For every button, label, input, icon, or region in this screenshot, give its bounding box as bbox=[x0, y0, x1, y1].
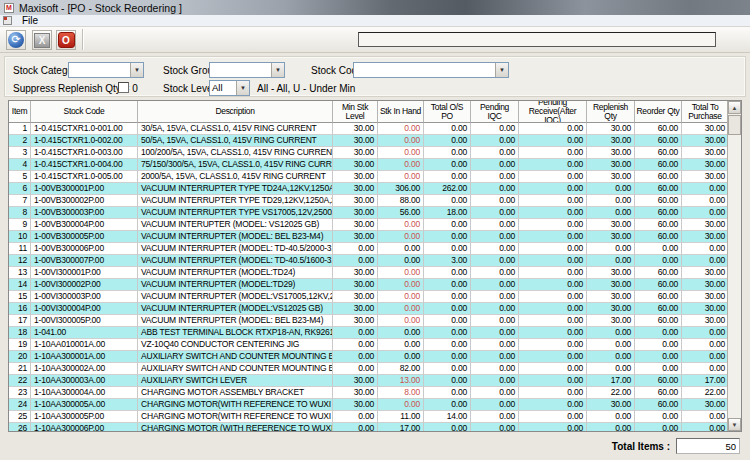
grid-cell: 18 bbox=[9, 327, 31, 339]
stock-code-dropdown[interactable]: ▼ bbox=[353, 62, 509, 78]
grid-cell: 0.00 bbox=[519, 291, 587, 303]
grid-cell: VACUUM INTERRUPTER TYPE TD24A,12KV,1250A… bbox=[138, 183, 333, 195]
grid-cell: 1-0.415CTXR1.0-005.00 bbox=[31, 171, 138, 183]
grid-cell: 1-00VI300005P.00 bbox=[31, 315, 138, 327]
export-excel-button[interactable]: X bbox=[32, 30, 52, 50]
table-row[interactable]: 231-10AA300004A.00CHARGING MOTOR ASSEMBL… bbox=[9, 387, 729, 399]
grid-cell: 0.00 bbox=[424, 339, 471, 351]
scrollbar-down-button[interactable]: ▼ bbox=[728, 418, 741, 431]
table-row[interactable]: 171-00VI300005P.00VACUUM INTERRUPTER (MO… bbox=[9, 315, 729, 327]
grid-cell: CHARGING MOTOR ASSEMBLY BRACKET bbox=[138, 387, 333, 399]
grid-cell: 82.00 bbox=[378, 363, 424, 375]
grid-cell: 0.00 bbox=[424, 231, 471, 243]
grid-cell: 0.00 bbox=[424, 267, 471, 279]
table-row[interactable]: 101-00VB300005P.00VACUUM INTERRUPTER (MO… bbox=[9, 231, 729, 243]
grid-cell: 60.00 bbox=[635, 159, 682, 171]
chevron-down-icon[interactable]: ▼ bbox=[236, 81, 249, 95]
grid-cell: 30.00 bbox=[682, 123, 729, 135]
grid-cell: 30.00 bbox=[587, 135, 635, 147]
table-row[interactable]: 221-10AA300003A.00AUXILIARY SWITCH LEVER… bbox=[9, 375, 729, 387]
table-row[interactable]: 141-00VI300002P.00VACUUM INTERRUPTER (MO… bbox=[9, 279, 729, 291]
grid-cell: 0.00 bbox=[587, 327, 635, 339]
grid-cell: 0.00 bbox=[471, 423, 519, 432]
table-row[interactable]: 161-00VI300004P.00VACUUM INTERRUPTER (MO… bbox=[9, 303, 729, 315]
grid-cell: 0.00 bbox=[635, 351, 682, 363]
grid-cell: 262.00 bbox=[424, 183, 471, 195]
grid-cell: 1-00VI300004P.00 bbox=[31, 303, 138, 315]
grid-cell: 22 bbox=[9, 375, 31, 387]
grid-cell: 0.00 bbox=[519, 375, 587, 387]
table-row[interactable]: 261-10AA300006P.00CHARGING MOTOR (WITH R… bbox=[9, 423, 729, 432]
grid-cell: 0.00 bbox=[471, 231, 519, 243]
total-items-field[interactable] bbox=[676, 438, 740, 454]
menubar: File bbox=[0, 15, 750, 27]
toolbar-text-input[interactable] bbox=[358, 32, 716, 47]
grid-cell: VACUUM INTERRUPTER (MODEL: BEL B23-M4) bbox=[138, 315, 333, 327]
stock-level-dropdown[interactable]: All ▼ bbox=[209, 80, 250, 96]
grid-cell: 1-00VB300001P.00 bbox=[31, 183, 138, 195]
grid-cell: 22.00 bbox=[587, 387, 635, 399]
grid-cell: 0.00 bbox=[471, 243, 519, 255]
table-row[interactable]: 121-00VB300007P.00VACUUM INTERRUPTER (MO… bbox=[9, 255, 729, 267]
grid-cell: VACUUM INTERRUPTER (MODEL: TD-40.5/1600-… bbox=[138, 255, 333, 267]
suppress-replenish-checkbox[interactable] bbox=[118, 82, 129, 93]
grid-cell: 30.00 bbox=[333, 267, 378, 279]
grid-cell: 0.00 bbox=[519, 123, 587, 135]
chevron-down-icon[interactable]: ▼ bbox=[271, 63, 284, 77]
vertical-scrollbar[interactable]: ▲ ▼ bbox=[727, 101, 741, 431]
table-row[interactable]: 191-10AA010001A.00VZ-10Q40 CONDUCTOR CEN… bbox=[9, 339, 729, 351]
grid-cell: 1-00VB300002P.00 bbox=[31, 195, 138, 207]
grid-cell: 19 bbox=[9, 339, 31, 351]
table-row[interactable]: 111-00VB300006P.00VACUUM INTERRUPTER (MO… bbox=[9, 243, 729, 255]
grid-cell: 3 bbox=[9, 147, 31, 159]
table-row[interactable]: 251-10AA300005P.00CHARGING MOTOR(WITH RE… bbox=[9, 411, 729, 423]
table-row[interactable]: 131-00VI300001P.00VACUUM INTERRUPTER (MO… bbox=[9, 267, 729, 279]
table-row[interactable]: 41-0.415CTXR1.0-004.0075/150/300/5A, 15V… bbox=[9, 159, 729, 171]
table-row[interactable]: 31-0.415CTXR1.0-003.00100/200/5A, 15VA, … bbox=[9, 147, 729, 159]
table-row[interactable]: 11-0.415CTXR1.0-001.0030/5A, 15VA, CLASS… bbox=[9, 123, 729, 135]
scrollbar-up-button[interactable]: ▲ bbox=[728, 101, 741, 114]
grid-cell: 0.00 bbox=[471, 267, 519, 279]
refresh-button[interactable]: ⟳ bbox=[6, 30, 26, 50]
grid-cell: 5 bbox=[9, 171, 31, 183]
grid-cell: 10 bbox=[9, 231, 31, 243]
table-row[interactable]: 61-00VB300001P.00VACUUM INTERRUPTER TYPE… bbox=[9, 183, 729, 195]
chevron-down-icon[interactable]: ▼ bbox=[130, 63, 143, 77]
table-row[interactable]: 21-0.415CTXR1.0-002.0050/5A, 15VA, CLASS… bbox=[9, 135, 729, 147]
grid-cell: 0.00 bbox=[635, 327, 682, 339]
table-row[interactable]: 241-10AA300005A.00CHARGING MOTOR(WITH RE… bbox=[9, 399, 729, 411]
stock-group-dropdown[interactable]: ▼ bbox=[209, 62, 285, 78]
grid-cell: 0.00 bbox=[519, 231, 587, 243]
grid-cell: 0.00 bbox=[471, 171, 519, 183]
table-row[interactable]: 151-00VI300003P.00VACUUM INTERRUPTER (MO… bbox=[9, 291, 729, 303]
grid-cell: 26 bbox=[9, 423, 31, 432]
table-row[interactable]: 201-10AA300001A.00AUXILIARY SWITCH AND C… bbox=[9, 351, 729, 363]
chevron-down-icon[interactable]: ▼ bbox=[495, 63, 508, 77]
grid-cell: 1-10AA300004A.00 bbox=[31, 387, 138, 399]
table-row[interactable]: 71-00VB300002P.00VACUUM INTERRUPTER TYPE… bbox=[9, 195, 729, 207]
table-row[interactable]: 211-10AA300002A.00AUXILIARY SWITCH AND C… bbox=[9, 363, 729, 375]
menu-file[interactable]: File bbox=[18, 15, 42, 26]
scrollbar-thumb[interactable] bbox=[728, 115, 741, 135]
grid-cell: 30.00 bbox=[333, 291, 378, 303]
grid-cell: 18.00 bbox=[424, 207, 471, 219]
grid-cell: CHARGING MOTOR(WITH REFERENCE TO WUXI SH… bbox=[138, 399, 333, 411]
grid-cell: VZ-10Q40 CONDUCTOR CENTERING JIG bbox=[138, 339, 333, 351]
table-row[interactable]: 181-041.00ABB TEST TERMINAL BLOCK RTXP18… bbox=[9, 327, 729, 339]
grid-cell: 30.00 bbox=[333, 219, 378, 231]
grid-cell: 0.00 bbox=[471, 351, 519, 363]
grid-cell: 0.00 bbox=[682, 327, 729, 339]
grid-cell: 0.00 bbox=[424, 147, 471, 159]
stock-category-dropdown[interactable]: ▼ bbox=[68, 62, 144, 78]
stock-code-value bbox=[354, 63, 495, 77]
exit-button[interactable]: O bbox=[56, 30, 76, 50]
column-header: Stock Code bbox=[31, 101, 138, 123]
table-row[interactable]: 51-0.415CTXR1.0-005.002000/5A, 15VA, CLA… bbox=[9, 171, 729, 183]
grid-cell: 1-0.415CTXR1.0-003.00 bbox=[31, 147, 138, 159]
grid-cell: 30/5A, 15VA, CLASS1.0, 415V RING CURRENT bbox=[138, 123, 333, 135]
grid-cell: 50/5A, 15VA, CLASS1.0, 415V RING CURRENT bbox=[138, 135, 333, 147]
grid-cell: 0.00 bbox=[378, 123, 424, 135]
table-row[interactable]: 81-00VB300003P.00VACUUM INTERRUPTER TYPE… bbox=[9, 207, 729, 219]
total-items-label: Total Items : bbox=[585, 441, 670, 452]
table-row[interactable]: 91-00VB300004P.00VACUUM INTERUPTER (MODE… bbox=[9, 219, 729, 231]
